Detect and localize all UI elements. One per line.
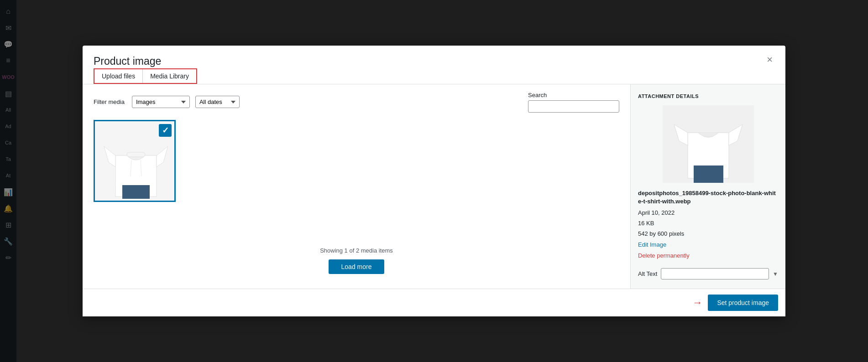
- modal-body: Filter media Images All media items Audi…: [83, 84, 785, 289]
- svg-rect-4: [127, 152, 145, 157]
- search-area: Search: [528, 92, 619, 113]
- tab-media-library[interactable]: Media Library: [143, 69, 196, 83]
- attachment-thumbnail: [663, 105, 754, 183]
- alt-text-expand-button[interactable]: ▼: [773, 271, 778, 277]
- filter-type-select[interactable]: Images All media items Audio Video: [132, 96, 190, 108]
- svg-rect-6: [120, 178, 152, 185]
- filter-date-select[interactable]: All dates April 2022: [195, 96, 240, 108]
- attachment-dimensions: 542 by 600 pixels: [638, 229, 778, 239]
- edit-image-link[interactable]: Edit Image: [638, 239, 778, 250]
- attachment-filename: depositphotos_19858499-stock-photo-blank…: [638, 189, 778, 206]
- tab-upload-files[interactable]: Upload files: [94, 69, 143, 83]
- media-item[interactable]: [94, 120, 176, 202]
- alt-text-label: Alt Text: [638, 270, 657, 277]
- media-footer: Showing 1 of 2 media items Load more: [94, 240, 619, 281]
- search-label: Search: [528, 92, 619, 98]
- modal-footer: → Set product image: [83, 289, 785, 316]
- search-input[interactable]: [528, 100, 619, 113]
- modal-tabs: Upload files Media Library: [94, 68, 197, 84]
- modal-header: Product image ×: [83, 46, 785, 68]
- attachment-date: April 10, 2022: [638, 208, 778, 218]
- product-image-modal: Product image × Upload files Media Libra…: [83, 46, 785, 316]
- filter-media-label: Filter media: [94, 98, 125, 105]
- modal-overlay: Product image × Upload files Media Libra…: [0, 0, 868, 362]
- set-image-arrow-icon: →: [692, 297, 702, 309]
- attachment-details-panel: ATTACHMENT DETAILS: [630, 84, 785, 289]
- media-grid: [94, 120, 619, 240]
- modal-title: Product image: [94, 55, 161, 68]
- media-item-checkmark: [159, 124, 172, 137]
- alt-text-row: Alt Text ▼: [638, 268, 778, 279]
- svg-rect-14: [691, 160, 726, 165]
- filter-bar: Filter media Images All media items Audi…: [94, 92, 619, 113]
- alt-text-input[interactable]: [661, 268, 769, 279]
- attachment-filesize: 16 KB: [638, 219, 778, 228]
- media-area: Filter media Images All media items Audi…: [83, 84, 630, 289]
- load-more-button[interactable]: Load more: [329, 259, 385, 274]
- set-product-image-button[interactable]: Set product image: [708, 295, 778, 311]
- attachment-thumbnail-image: [663, 105, 754, 183]
- attachment-details-title: ATTACHMENT DETAILS: [638, 93, 778, 99]
- modal-close-button[interactable]: ×: [765, 53, 774, 67]
- delete-permanently-link[interactable]: Delete permanently: [638, 250, 778, 261]
- media-count: Showing 1 of 2 media items: [94, 247, 619, 254]
